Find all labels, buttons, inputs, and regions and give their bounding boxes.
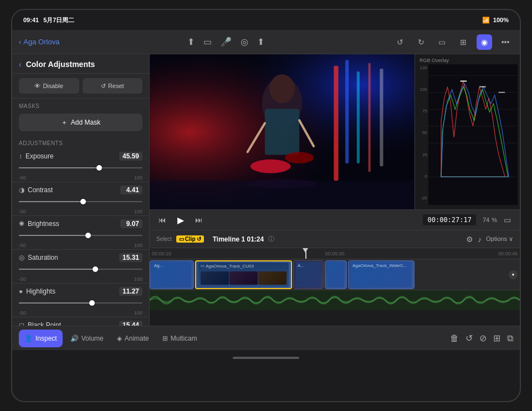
- bottom-action-buttons: 🗑 ↺ ⊘ ⊞ ⧉: [450, 333, 513, 343]
- rgb-scope-panel: RGB Overlay 120 100 75 50 25 0 -20: [415, 54, 520, 209]
- clip-3[interactable]: A...: [293, 260, 324, 289]
- svg-rect-11: [265, 109, 299, 155]
- ruler-marks: 00:00:15 00:00:30 00:00:45: [152, 251, 518, 256]
- highlights-value[interactable]: 11.27: [119, 287, 142, 296]
- brightness-label: Brightness: [28, 220, 59, 228]
- timecode-display[interactable]: 00:00:27:17: [423, 214, 475, 225]
- svg-point-13: [285, 152, 314, 163]
- tab-inspect[interactable]: 👤 Inspect: [19, 330, 63, 347]
- eye-icon: 👁: [34, 83, 40, 89]
- skip-back-button[interactable]: ⏮: [158, 215, 166, 224]
- undo-button[interactable]: ↺: [392, 34, 408, 50]
- status-date: 5月7日周二: [43, 16, 74, 24]
- panel-back-icon[interactable]: ‹: [19, 60, 22, 69]
- brightness-icon: ✺: [19, 220, 24, 228]
- waveform-svg: [428, 64, 518, 205]
- saturation-label: Saturation: [28, 254, 58, 261]
- options-label[interactable]: Options ∨: [486, 235, 513, 243]
- wifi-icon: 📶: [482, 17, 490, 24]
- toolbar-center-icons: ⬆ ▭ 🎤 ◎ ⬆: [187, 37, 264, 47]
- clip-5-label: AgaOrlova_Track_WideO...: [352, 263, 407, 268]
- svg-rect-18: [428, 64, 518, 205]
- timeline-tracks: Ag... ▭ AgaOrlova_Track_CU03: [150, 259, 520, 326]
- video-preview: [150, 54, 415, 209]
- add-mask-button[interactable]: ＋ Add Mask: [19, 114, 142, 131]
- clip-badge[interactable]: ▭ Clip ↺: [176, 235, 204, 243]
- skip-forward-button[interactable]: ⏭: [195, 215, 203, 224]
- ripple-button[interactable]: ⊞: [493, 333, 500, 343]
- blackpoint-adjustment: ◻ Black Point 15.44 -50 100: [12, 317, 149, 326]
- delete-button[interactable]: 🗑: [450, 333, 459, 343]
- contrast-icon: ◑: [19, 186, 24, 194]
- blackpoint-value[interactable]: 15.44: [119, 321, 142, 326]
- redo-button[interactable]: ↻: [413, 34, 429, 50]
- monitor-button[interactable]: ▭: [434, 34, 450, 50]
- layout-icon[interactable]: ▭: [504, 215, 511, 224]
- audio-icon[interactable]: ♪: [478, 235, 482, 244]
- camera-icon[interactable]: ▭: [203, 37, 212, 47]
- select-label: Select: [156, 236, 172, 242]
- more-button[interactable]: •••: [498, 34, 513, 50]
- volume-icon: 🔊: [70, 335, 79, 342]
- zoom-control[interactable]: 74 %: [483, 217, 497, 223]
- panel-actions: 👁 Disable ↺ Reset: [12, 74, 149, 99]
- preview-area: RGB Overlay 120 100 75 50 25 0 -20: [150, 54, 520, 209]
- timeline-info-icon[interactable]: ⓘ: [268, 235, 274, 243]
- svg-point-17: [248, 179, 316, 188]
- animate-label: Animate: [125, 335, 149, 342]
- blackpoint-icon: ◻: [19, 321, 24, 326]
- reset-icon: ↺: [101, 83, 106, 90]
- multicam-label: Multicam: [171, 335, 197, 342]
- zoom-value: 74: [483, 217, 489, 223]
- color-button[interactable]: ◉: [477, 34, 492, 50]
- main-content: ‹ Color Adjustments 👁 Disable ↺ Reset MA…: [12, 54, 520, 326]
- brightness-slider[interactable]: [19, 230, 142, 240]
- exposure-value[interactable]: 45.59: [119, 152, 142, 161]
- saturation-value[interactable]: 15.31: [119, 253, 142, 262]
- clip-2[interactable]: ▭ AgaOrlova_Track_CU03: [195, 260, 292, 289]
- undo-timeline-button[interactable]: ↺: [466, 333, 473, 343]
- playhead-head: [303, 248, 308, 253]
- clip-4[interactable]: [325, 260, 347, 289]
- tab-animate[interactable]: ◈ Animate: [111, 330, 155, 347]
- timeline-controls-right: ⚙ ♪ Options ∨: [466, 235, 513, 244]
- export-icon[interactable]: ⬆: [187, 37, 195, 47]
- status-time: 09:41: [23, 17, 39, 23]
- tab-volume[interactable]: 🔊 Volume: [65, 330, 109, 347]
- detach-button[interactable]: ⧉: [507, 333, 513, 343]
- video-scene-svg: [150, 54, 415, 209]
- highlights-slider[interactable]: [19, 298, 142, 308]
- play-button[interactable]: ▶: [173, 212, 188, 228]
- zoom-percent-label: %: [492, 217, 497, 223]
- color-wheels-icon[interactable]: ⚙: [466, 235, 473, 244]
- brightness-value[interactable]: 9.07: [120, 219, 142, 228]
- highlights-label: Highlights: [26, 287, 55, 295]
- timeline-title: Timeline 1 01:24: [213, 235, 264, 243]
- svg-point-10: [269, 74, 295, 103]
- left-panel: ‹ Color Adjustments 👁 Disable ↺ Reset MA…: [12, 54, 150, 326]
- voiceover-icon[interactable]: ◎: [241, 37, 248, 47]
- share-icon[interactable]: ⬆: [257, 37, 264, 47]
- clip-1[interactable]: Ag...: [150, 260, 194, 289]
- top-toolbar: ‹ Aga Orlova ⬆ ▭ 🎤 ◎ ⬆ ↺ ↻ ▭ ⊞ ◉ •••: [12, 30, 520, 54]
- rgb-overlay-label: RGB Overlay: [417, 56, 518, 64]
- clip-5[interactable]: AgaOrlova_Track_WideO...: [348, 260, 415, 289]
- disable-button[interactable]: 👁 Disable: [19, 78, 79, 94]
- exposure-slider[interactable]: [19, 163, 142, 173]
- contrast-value[interactable]: 4.41: [120, 186, 142, 194]
- video-track: Ag... ▭ AgaOrlova_Track_CU03: [150, 259, 520, 290]
- saturation-slider[interactable]: [19, 264, 142, 274]
- brightness-adjustment: ✺ Brightness 9.07 -50 100: [12, 216, 149, 250]
- svg-rect-4: [334, 66, 338, 181]
- mic-icon[interactable]: 🎤: [221, 37, 232, 47]
- reset-button[interactable]: ↺ Reset: [83, 78, 143, 94]
- contrast-slider[interactable]: [19, 197, 142, 207]
- back-button[interactable]: ‹ Aga Orlova: [19, 38, 59, 46]
- tab-multicam[interactable]: ⊞ Multicam: [157, 330, 203, 347]
- playhead[interactable]: [305, 248, 306, 259]
- contrast-adjustment: ◑ Contrast 4.41 -50 100: [12, 182, 149, 216]
- photo-button[interactable]: ⊞: [456, 34, 471, 50]
- track-mute-button[interactable]: ●: [509, 270, 518, 279]
- split-button[interactable]: ⊘: [479, 333, 487, 343]
- playback-controls: ⏮ ▶ ⏭ 00:00:27:17 74 % ▭: [150, 209, 520, 230]
